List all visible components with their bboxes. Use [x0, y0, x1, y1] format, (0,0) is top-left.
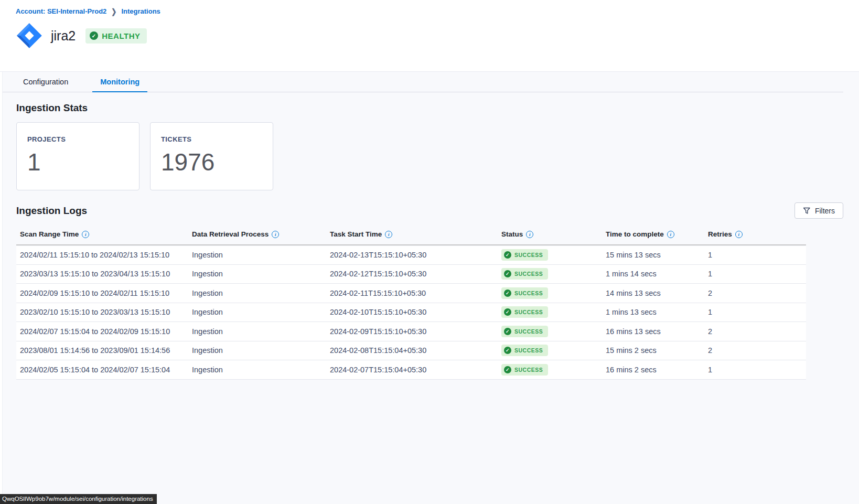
cell-time-to-complete: 14 mins 13 secs [606, 289, 708, 297]
health-badge-label: HEALTHY [102, 31, 140, 40]
table-row[interactable]: 2023/02/10 15:15:10 to 2023/03/13 15:15:… [16, 303, 806, 323]
cell-time-to-complete: 1 mins 14 secs [606, 270, 708, 278]
column-header-time-to-complete: Time to complete i [606, 230, 708, 238]
cell-scan-range: 2023/03/13 15:15:10 to 2023/04/13 15:15:… [20, 270, 192, 278]
cell-task-start: 2024-02-12T15:15:10+05:30 [330, 270, 501, 278]
check-icon: ✓ [504, 366, 511, 373]
cell-task-start: 2024-02-10T15:15:10+05:30 [330, 308, 501, 316]
cell-scan-range: 2024/02/07 15:15:04 to 2024/02/09 15:15:… [20, 327, 192, 336]
cell-process: Ingestion [192, 289, 330, 297]
stat-cards: PROJECTS 1 TICKETS 1976 [16, 122, 859, 190]
cell-status: ✓ SUCCESS [501, 268, 606, 280]
cell-status: ✓ SUCCESS [501, 287, 606, 299]
stat-card-label: TICKETS [161, 135, 273, 143]
column-header-scan-range: Scan Range Time i [20, 230, 192, 238]
ingestion-logs-table: Scan Range Time i Data Retrieval Process… [16, 227, 806, 380]
cell-retries: 1 [708, 366, 806, 374]
cell-retries: 2 [708, 289, 806, 297]
check-icon: ✓ [504, 289, 511, 297]
cell-process: Ingestion [192, 346, 330, 355]
info-icon[interactable]: i [385, 231, 392, 238]
cell-status: ✓ SUCCESS [501, 326, 606, 337]
column-header-process: Data Retrieval Process i [192, 230, 330, 238]
column-header-task-start: Task Start Time i [330, 230, 501, 238]
status-badge: ✓ SUCCESS [501, 287, 548, 299]
stat-card-tickets: TICKETS 1976 [150, 122, 273, 190]
integration-title: jira2 [51, 28, 76, 44]
cell-scan-range: 2024/02/09 15:15:10 to 2024/02/11 15:15:… [20, 289, 192, 297]
cell-scan-range: 2023/02/10 15:15:10 to 2023/03/13 15:15:… [20, 308, 192, 316]
table-body: 2024/02/11 15:15:10 to 2024/02/13 15:15:… [16, 245, 806, 380]
stat-card-projects: PROJECTS 1 [16, 122, 139, 190]
cell-time-to-complete: 15 mins 13 secs [606, 251, 708, 259]
cell-time-to-complete: 15 mins 2 secs [606, 346, 708, 355]
cell-status: ✓ SUCCESS [501, 364, 606, 376]
cell-retries: 1 [708, 251, 806, 259]
cell-retries: 2 [708, 346, 806, 355]
cell-time-to-complete: 16 mins 13 secs [606, 327, 708, 336]
breadcrumb-account-link[interactable]: Account: SEI-Internal-Prod2 [16, 7, 106, 15]
cell-task-start: 2024-02-13T15:15:10+05:30 [330, 251, 501, 259]
tab-monitoring[interactable]: Monitoring [92, 72, 147, 92]
cell-task-start: 2024-02-08T15:15:04+05:30 [330, 346, 501, 355]
cell-status: ✓ SUCCESS [501, 306, 606, 318]
left-edge-strip [0, 72, 3, 504]
stat-card-value: 1 [27, 150, 139, 174]
info-icon[interactable]: i [82, 231, 89, 238]
stat-card-label: PROJECTS [27, 135, 139, 143]
info-icon[interactable]: i [735, 231, 743, 238]
status-badge: ✓ SUCCESS [501, 306, 548, 318]
cell-retries: 2 [708, 327, 806, 336]
breadcrumb-chevron-icon: ❯ [111, 7, 116, 16]
filters-button[interactable]: Filters [794, 202, 843, 219]
info-icon[interactable]: i [667, 231, 674, 238]
filters-button-label: Filters [815, 207, 835, 215]
table-row[interactable]: 2024/02/11 15:15:10 to 2024/02/13 15:15:… [16, 245, 806, 265]
stat-card-value: 1976 [161, 150, 273, 174]
cell-process: Ingestion [192, 270, 330, 278]
cell-retries: 1 [708, 308, 806, 316]
ingestion-stats-heading: Ingestion Stats [16, 102, 859, 114]
cell-scan-range: 2024/02/11 15:15:10 to 2024/02/13 15:15:… [20, 251, 192, 259]
status-badge: ✓ SUCCESS [501, 326, 548, 337]
breadcrumb-integrations-link[interactable]: Integrations [121, 7, 160, 15]
link-preview-statusbar: QwqOSlIWp9ob7w/module/sei/configuration/… [0, 494, 157, 504]
check-icon: ✓ [504, 347, 511, 354]
cell-task-start: 2024-02-09T15:15:10+05:30 [330, 327, 501, 336]
table-row[interactable]: 2024/02/07 15:15:04 to 2024/02/09 15:15:… [16, 322, 806, 341]
cell-retries: 1 [708, 270, 806, 278]
cell-time-to-complete: 16 mins 2 secs [606, 366, 708, 374]
check-icon: ✓ [504, 328, 511, 335]
cell-scan-range: 2024/02/05 15:15:04 to 2024/02/07 15:15:… [20, 366, 192, 374]
info-icon[interactable]: i [526, 231, 533, 238]
tab-bar: Configuration Monitoring [0, 72, 843, 92]
cell-process: Ingestion [192, 308, 330, 316]
jira-logo-icon [16, 22, 43, 49]
cell-task-start: 2024-02-07T15:15:04+05:30 [330, 366, 501, 374]
tab-configuration[interactable]: Configuration [15, 72, 76, 92]
check-icon: ✓ [504, 270, 511, 277]
column-header-retries: Retries i [708, 230, 806, 238]
breadcrumb: Account: SEI-Internal-Prod2 ❯ Integratio… [16, 7, 859, 15]
cell-scan-range: 2023/08/01 15:14:56 to 2023/09/01 15:14:… [20, 346, 192, 355]
table-row[interactable]: 2023/08/01 15:14:56 to 2023/09/01 15:14:… [16, 341, 806, 361]
table-row[interactable]: 2024/02/09 15:15:10 to 2024/02/11 15:15:… [16, 284, 806, 303]
status-badge: ✓ SUCCESS [501, 345, 548, 356]
check-icon: ✓ [90, 31, 98, 40]
ingestion-logs-heading: Ingestion Logs [16, 205, 87, 217]
filter-funnel-icon [803, 207, 811, 215]
cell-time-to-complete: 1 mins 13 secs [606, 308, 708, 316]
check-icon: ✓ [504, 308, 511, 316]
cell-process: Ingestion [192, 251, 330, 259]
table-row[interactable]: 2023/03/13 15:15:10 to 2023/04/13 15:15:… [16, 265, 806, 284]
main-content: Configuration Monitoring Ingestion Stats… [0, 71, 859, 504]
table-row[interactable]: 2024/02/05 15:15:04 to 2024/02/07 15:15:… [16, 360, 806, 380]
cell-process: Ingestion [192, 366, 330, 374]
cell-status: ✓ SUCCESS [501, 249, 606, 261]
check-icon: ✓ [504, 251, 511, 259]
info-icon[interactable]: i [272, 231, 279, 238]
column-header-status: Status i [501, 230, 606, 238]
table-header-row: Scan Range Time i Data Retrieval Process… [16, 227, 806, 245]
cell-status: ✓ SUCCESS [501, 345, 606, 356]
status-badge: ✓ SUCCESS [501, 364, 548, 376]
